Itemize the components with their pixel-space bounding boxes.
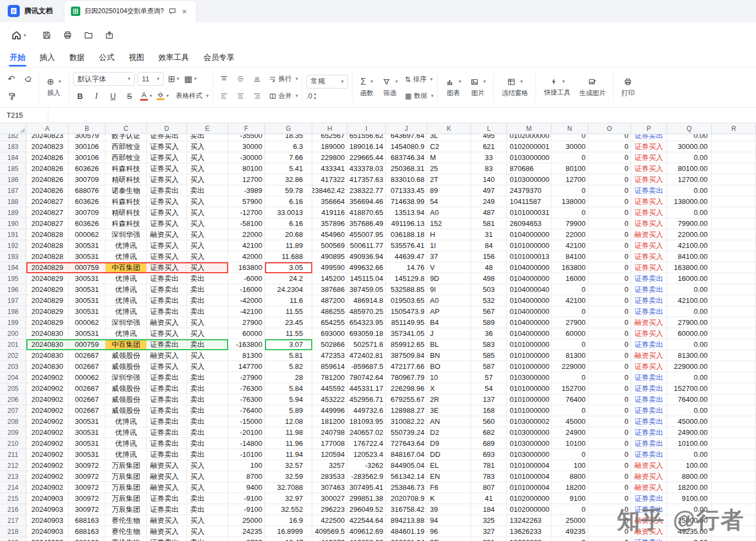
cell[interactable]: 买入 bbox=[187, 350, 228, 361]
cell[interactable]: 422500 bbox=[312, 515, 347, 526]
cell[interactable]: 57 bbox=[471, 372, 507, 383]
cell[interactable]: 融资买入 bbox=[147, 317, 187, 328]
cell[interactable]: 买入 bbox=[187, 196, 228, 207]
cell[interactable]: 0104000000 bbox=[507, 328, 551, 339]
cell[interactable]: 中百集团 bbox=[106, 339, 147, 350]
cell[interactable]: 417322 bbox=[312, 174, 347, 185]
cell[interactable]: 优博讯 bbox=[106, 438, 147, 449]
cell[interactable]: 买入 bbox=[187, 207, 228, 218]
cell[interactable]: 20240902 bbox=[26, 383, 69, 394]
cell[interactable] bbox=[712, 427, 756, 438]
cell[interactable]: 445331.17 bbox=[347, 383, 386, 394]
cell[interactable]: 783 bbox=[471, 471, 507, 482]
tab-insert[interactable]: 插入 bbox=[40, 48, 55, 67]
table-style-button[interactable]: 表格样式▾ bbox=[176, 90, 209, 103]
cell[interactable]: 683746.34 bbox=[386, 152, 427, 163]
cell[interactable]: 卖出 bbox=[187, 493, 228, 504]
cell[interactable]: 654255 bbox=[312, 317, 347, 328]
cell[interactable]: 0 bbox=[588, 262, 631, 273]
row-header[interactable]: 212 bbox=[0, 460, 26, 471]
cell[interactable]: 0104000000 bbox=[507, 273, 551, 284]
cell[interactable]: 79900 bbox=[551, 218, 588, 229]
cell[interactable]: BN bbox=[427, 350, 471, 361]
cell[interactable]: -15000 bbox=[228, 416, 265, 427]
cell[interactable]: 买入 bbox=[187, 361, 228, 372]
column-header[interactable]: L bbox=[471, 123, 507, 134]
cell[interactable]: 27900 bbox=[228, 317, 265, 328]
cell[interactable]: 融资买入 bbox=[147, 350, 187, 361]
cell[interactable] bbox=[712, 218, 756, 229]
align-center-button[interactable] bbox=[234, 89, 247, 103]
cell[interactable]: 证券卖出 bbox=[147, 405, 187, 416]
cell[interactable]: 249 bbox=[471, 196, 507, 207]
cell[interactable]: 万辰集团 bbox=[106, 471, 147, 482]
cell[interactable]: 0.00 bbox=[667, 339, 712, 350]
cell[interactable]: 证券卖出 bbox=[631, 394, 667, 405]
cell[interactable]: 163800.00 bbox=[667, 262, 712, 273]
cell[interactable]: 买入 bbox=[187, 141, 228, 152]
cell[interactable]: 证券买入 bbox=[147, 163, 187, 174]
cell[interactable]: 20240903 bbox=[26, 504, 69, 515]
cell[interactable]: 49235 bbox=[551, 526, 588, 537]
cell[interactable]: 589 bbox=[471, 317, 507, 328]
cell[interactable]: 融资买入 bbox=[147, 515, 187, 526]
cell[interactable]: -12700 bbox=[228, 207, 265, 218]
cell[interactable]: 145200 bbox=[312, 273, 347, 284]
cell[interactable] bbox=[712, 460, 756, 471]
cell[interactable]: 0 bbox=[588, 317, 631, 328]
bold-button[interactable]: B bbox=[73, 89, 87, 103]
row-header[interactable]: 213 bbox=[0, 471, 26, 482]
cell[interactable]: 3257 bbox=[312, 460, 347, 471]
cell[interactable]: 12.08 bbox=[265, 416, 312, 427]
cell[interactable]: 32.552 bbox=[265, 504, 312, 515]
cell[interactable]: 84100.00 bbox=[667, 251, 712, 262]
cell[interactable]: 18200 bbox=[551, 482, 588, 493]
cell[interactable]: 497 bbox=[471, 185, 507, 196]
cell[interactable]: 140 bbox=[471, 174, 507, 185]
cell[interactable]: 3.07 bbox=[265, 339, 312, 350]
cell[interactable]: 22000.00 bbox=[667, 229, 712, 240]
cell[interactable]: 96 bbox=[427, 526, 471, 537]
cell[interactable]: 卖出 bbox=[187, 537, 228, 541]
cell[interactable]: 472353 bbox=[312, 350, 347, 361]
cell[interactable]: 168 bbox=[471, 405, 507, 416]
cell[interactable]: 0103000000 bbox=[507, 438, 551, 449]
cell[interactable]: 37 bbox=[427, 251, 471, 262]
cell[interactable]: 76400.00 bbox=[667, 394, 712, 405]
cell[interactable]: 证券买入 bbox=[631, 174, 667, 185]
cell[interactable]: 买入 bbox=[187, 317, 228, 328]
cell[interactable]: 6.3 bbox=[265, 141, 312, 152]
cell[interactable]: 12700 bbox=[551, 174, 588, 185]
cell[interactable]: 300709 bbox=[69, 207, 106, 218]
cell[interactable]: 472177.66 bbox=[386, 361, 427, 372]
cell[interactable]: 5.84 bbox=[265, 383, 312, 394]
cell[interactable]: 490895 bbox=[312, 251, 347, 262]
cell[interactable]: 0 bbox=[588, 416, 631, 427]
clear-format-button[interactable] bbox=[21, 72, 35, 86]
cell[interactable]: 8800.00 bbox=[667, 471, 712, 482]
cell[interactable]: DD bbox=[427, 449, 471, 460]
cell[interactable]: 卖出 bbox=[187, 416, 228, 427]
cell[interactable]: 0 bbox=[588, 134, 631, 141]
cell[interactable]: 0 bbox=[551, 405, 588, 416]
cell[interactable]: 威领股份 bbox=[106, 394, 147, 405]
column-header[interactable]: D bbox=[147, 123, 187, 134]
cell[interactable]: 651556.62 bbox=[347, 134, 386, 141]
cell[interactable]: 0101000000 bbox=[507, 361, 551, 372]
cell[interactable]: 0103000000 bbox=[507, 427, 551, 438]
cell[interactable]: 357896 bbox=[312, 218, 347, 229]
cell[interactable]: 714638.99 bbox=[386, 196, 427, 207]
cell[interactable]: 486255 bbox=[312, 306, 347, 317]
cell[interactable]: 152700 bbox=[551, 383, 588, 394]
cell[interactable]: 10100.00 bbox=[667, 438, 712, 449]
format-painter-button[interactable] bbox=[4, 89, 18, 103]
cell[interactable]: EN bbox=[427, 471, 471, 482]
cell[interactable]: AN bbox=[427, 416, 471, 427]
cell[interactable]: 8700 bbox=[228, 471, 265, 482]
cell[interactable]: 20240829 bbox=[26, 306, 69, 317]
column-header[interactable]: C bbox=[106, 123, 147, 134]
cell-format-button[interactable]: ▦▾ bbox=[183, 72, 198, 86]
cell[interactable]: 西部牧业 bbox=[106, 141, 147, 152]
cell[interactable]: 25000 bbox=[228, 515, 265, 526]
cell[interactable]: 0.00 bbox=[667, 134, 712, 141]
